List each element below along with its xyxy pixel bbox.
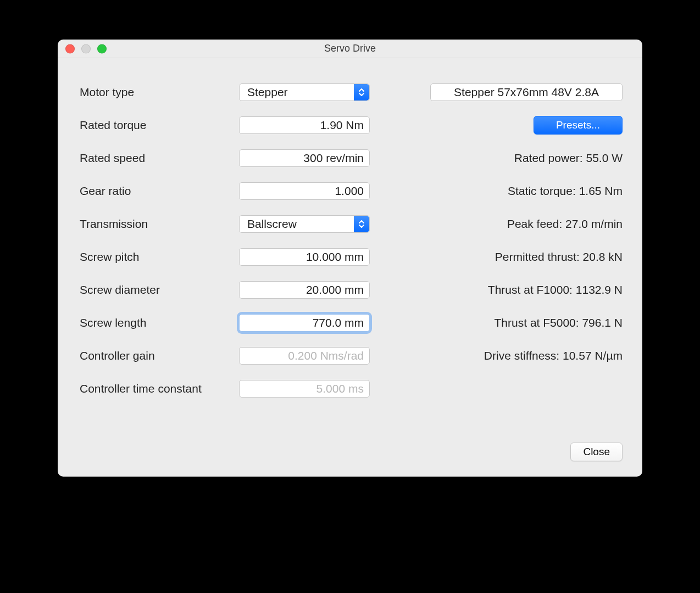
controller-tc-input bbox=[239, 380, 370, 398]
motor-preset-display[interactable]: Stepper 57x76mm 48V 2.8A bbox=[430, 83, 623, 101]
close-window-icon[interactable] bbox=[65, 44, 75, 53]
window-controls bbox=[65, 44, 107, 53]
thrust-f5000-readout: Thrust at F5000: 796.1 N bbox=[370, 316, 623, 329]
controller-gain-label: Controller gain bbox=[80, 349, 239, 362]
window-title: Servo Drive bbox=[58, 43, 642, 54]
transmission-label: Transmission bbox=[80, 217, 239, 231]
transmission-select[interactable]: Ballscrew bbox=[239, 215, 370, 233]
rated-speed-input[interactable] bbox=[239, 149, 370, 167]
controller-gain-input bbox=[239, 347, 370, 365]
drive-stiffness-readout: Drive stiffness: 10.57 N/µm bbox=[370, 349, 623, 362]
rated-torque-label: Rated torque bbox=[80, 119, 239, 132]
servo-drive-window: Servo Drive Motor type Stepper Stepper 5… bbox=[58, 40, 642, 477]
screw-pitch-label: Screw pitch bbox=[80, 250, 239, 264]
rated-speed-label: Rated speed bbox=[80, 152, 239, 165]
peak-feed-readout: Peak feed: 27.0 m/min bbox=[370, 217, 623, 231]
thrust-f1000-readout: Thrust at F1000: 1132.9 N bbox=[370, 283, 623, 296]
screw-pitch-input[interactable] bbox=[239, 248, 370, 266]
close-button[interactable]: Close bbox=[570, 443, 623, 461]
screw-diameter-input[interactable] bbox=[239, 281, 370, 299]
motor-type-label: Motor type bbox=[80, 86, 239, 99]
rated-torque-input[interactable] bbox=[239, 116, 370, 134]
static-torque-readout: Static torque: 1.65 Nm bbox=[370, 184, 623, 198]
screw-length-input[interactable] bbox=[239, 314, 370, 332]
titlebar: Servo Drive bbox=[58, 40, 642, 58]
chevrons-up-down-icon bbox=[354, 216, 369, 232]
screw-length-label: Screw length bbox=[80, 316, 239, 329]
dialog-content: Motor type Stepper Stepper 57x76mm 48V 2… bbox=[58, 58, 642, 418]
zoom-window-icon[interactable] bbox=[97, 44, 107, 53]
transmission-value: Ballscrew bbox=[247, 217, 297, 231]
rated-power-readout: Rated power: 55.0 W bbox=[370, 152, 623, 165]
minimize-window-icon bbox=[81, 44, 91, 53]
permitted-thrust-readout: Permitted thrust: 20.8 kN bbox=[370, 250, 623, 264]
gear-ratio-input[interactable] bbox=[239, 182, 370, 200]
gear-ratio-label: Gear ratio bbox=[80, 184, 239, 198]
motor-type-value: Stepper bbox=[247, 86, 288, 99]
presets-button[interactable]: Presets... bbox=[534, 116, 623, 135]
screw-diameter-label: Screw diameter bbox=[80, 283, 239, 296]
motor-type-select[interactable]: Stepper bbox=[239, 83, 370, 101]
chevrons-up-down-icon bbox=[354, 84, 369, 100]
motor-preset-value: Stepper 57x76mm 48V 2.8A bbox=[454, 86, 599, 99]
controller-tc-label: Controller time constant bbox=[80, 382, 239, 395]
